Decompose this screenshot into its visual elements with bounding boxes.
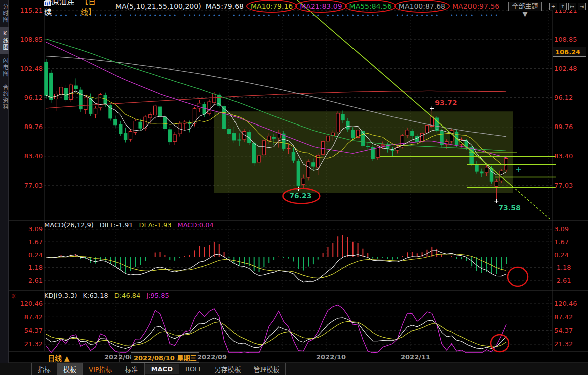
indicator-settings-icon[interactable]: ☼: [11, 293, 16, 300]
kdj-header-part-3: J:95.85: [146, 292, 169, 299]
svg-text:76.23: 76.23: [289, 192, 311, 200]
svg-text:87.42: 87.42: [24, 313, 43, 321]
timeline-tick-2[interactable]: 2022/09: [197, 353, 227, 361]
ma-value-0: MA5:79.68: [206, 2, 244, 10]
theme-selector-button[interactable]: 全部主题▼: [508, 2, 542, 11]
sidebar-tab-0[interactable]: 分时图: [0, 0, 9, 27]
svg-text:87.42: 87.42: [554, 313, 573, 321]
toolbar-item-6[interactable]: 另存模板: [208, 363, 247, 375]
svg-text:0.24: 0.24: [28, 251, 43, 259]
toolbar-item-1[interactable]: 模板: [57, 363, 83, 375]
toolbar-item-7[interactable]: 管理模板: [247, 363, 286, 375]
svg-text:-2.61: -2.61: [554, 277, 571, 284]
timeline-tick-0[interactable]: 2022/08: [104, 353, 134, 361]
toolbar-item-3[interactable]: 标准: [119, 363, 145, 375]
ma-value-2: MA21:83.09: [300, 2, 342, 10]
svg-text:83.40: 83.40: [554, 152, 573, 160]
svg-text:89.76: 89.76: [554, 123, 573, 131]
ma-value-4: MA100:87.68: [399, 2, 445, 10]
ma-value-3: MA55:84.56: [349, 2, 392, 10]
svg-text:21.32: 21.32: [24, 340, 43, 348]
window-control-icons: +↥↦⇥: [549, 3, 586, 10]
toolbar-item-0[interactable]: 指标: [31, 363, 57, 375]
svg-text:3.09: 3.09: [554, 225, 569, 233]
macd-header-part-0: MACD(26,12,9): [44, 221, 94, 229]
svg-text:108.85: 108.85: [20, 36, 43, 43]
macd-header[interactable]: MACD(26,12,9)DIFF:-1.91DEA:-1.93MACD:0.0…: [44, 221, 214, 229]
svg-text:73.58: 73.58: [498, 204, 520, 212]
timeline-axis: 日线 ▲ 2022/082022/08/10 星期三2022/092022/10…: [0, 352, 588, 362]
svg-text:96.12: 96.12: [554, 94, 573, 101]
macd-header-part-2: DEA:-1.93: [139, 221, 172, 229]
svg-text:21.32: 21.32: [554, 340, 573, 348]
svg-text:77.03: 77.03: [554, 182, 573, 189]
svg-text:115.21: 115.21: [20, 7, 43, 14]
svg-text:108.85: 108.85: [554, 36, 577, 43]
macd-header-part-1: DIFF:-1.91: [100, 221, 133, 229]
svg-text:77.03: 77.03: [24, 182, 43, 189]
kdj-header[interactable]: KDJ(9,3,3)K:63.18D:46.84J:95.85: [44, 292, 169, 299]
svg-text:93.72: 93.72: [435, 99, 457, 107]
sidebar-tab-1[interactable]: K线图: [0, 27, 9, 54]
macd-header-part-3: MACD:0.04: [177, 221, 213, 229]
svg-text:3.09: 3.09: [28, 225, 43, 233]
svg-text:102.48: 102.48: [20, 65, 43, 72]
svg-text:1.67: 1.67: [28, 238, 43, 246]
last-price-value: 106.24: [555, 48, 580, 56]
scale-horizontal-icon[interactable]: ↦: [568, 3, 576, 10]
kdj-header-part-0: KDJ(9,3,3): [44, 292, 77, 299]
macd-plot: [46, 235, 506, 282]
scale-vertical-icon[interactable]: ↥: [559, 3, 567, 10]
svg-text:0.24: 0.24: [554, 251, 569, 259]
selected-date-label[interactable]: 2022/08/10 星期三: [131, 352, 199, 363]
timeline-tick-4[interactable]: 2022/11: [401, 353, 430, 361]
highlight-zone: [214, 111, 513, 193]
svg-text:89.76: 89.76: [24, 123, 43, 131]
svg-text:54.37: 54.37: [24, 327, 43, 334]
toolbar-item-2[interactable]: VIP指标: [83, 363, 119, 375]
svg-text:96.12: 96.12: [24, 94, 43, 101]
ma-settings-label: MA(5,10,21,55,100,200): [115, 2, 201, 10]
kdj-header-part-1: K:63.18: [83, 292, 108, 299]
svg-text:-1.18: -1.18: [554, 264, 571, 271]
svg-text:83.40: 83.40: [24, 152, 43, 160]
kdj-plot: [46, 305, 506, 353]
period-label[interactable]: 【日线】: [81, 0, 106, 17]
svg-text:102.48: 102.48: [554, 65, 577, 72]
ma-values: MA5:79.68MA10:79.16MA21:83.09MA55:84.56M…: [206, 2, 500, 10]
bottom-toolbar: 指标模板VIP指标标准MACDBOLL另存模板管理模板: [0, 363, 588, 375]
svg-text:1.67: 1.67: [554, 238, 569, 246]
trading-app-window: 115.21115.21108.85108.85102.48102.4896.1…: [0, 0, 588, 375]
signal-dots-row: [45, 14, 497, 16]
ma-value-1: MA10:79.16: [251, 2, 293, 10]
toolbar-item-4[interactable]: MACD: [145, 364, 179, 374]
last-price-tag: 106.24: [553, 47, 586, 57]
svg-text:-2.61: -2.61: [26, 277, 43, 284]
svg-text:54.37: 54.37: [554, 327, 573, 334]
sidebar-tab-3[interactable]: 合约资料: [0, 81, 9, 114]
kdj-header-part-2: D:46.84: [114, 292, 141, 299]
svg-text:-1.18: -1.18: [26, 264, 43, 271]
top-header-bar: 美原油连续 【日线】 MA(5,10,21,55,100,200) MA5:79…: [44, 0, 586, 12]
ma-value-5: MA200:97.56: [452, 2, 499, 10]
svg-text:120.46: 120.46: [20, 300, 43, 307]
move-icon[interactable]: +: [549, 3, 557, 10]
timeframe-label[interactable]: 日线 ▲: [48, 353, 70, 363]
svg-text:120.46: 120.46: [554, 300, 577, 307]
timeline-tick-3[interactable]: 2022/10: [316, 353, 346, 361]
chart-canvas[interactable]: 115.21115.21108.85108.85102.48102.4896.1…: [0, 0, 588, 375]
sidebar-tab-2[interactable]: 闪电图: [0, 54, 9, 81]
toolbar-item-5[interactable]: BOLL: [179, 364, 208, 374]
left-tab-strip: 分时图K线图闪电图合约资料: [0, 0, 9, 364]
detach-panel-icon[interactable]: ⇥: [578, 3, 586, 10]
